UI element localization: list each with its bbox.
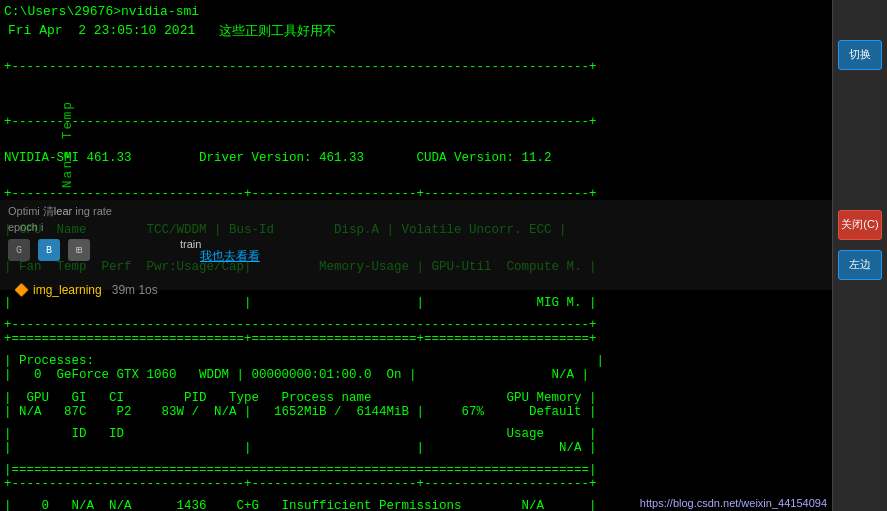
- sidebar: 切换 关闭(C) 左边: [832, 0, 887, 511]
- nvsmi-border-top: +---------------------------------------…: [4, 60, 597, 74]
- title-row: NVIDIA-SMI 461.33 Driver Version: 461.33…: [4, 151, 552, 165]
- processes-block: +---------------------------------------…: [0, 298, 832, 511]
- left-button[interactable]: 左边: [838, 250, 882, 280]
- proc-border-top: +---------------------------------------…: [4, 318, 597, 332]
- small-icons-row: G B ⊞: [0, 235, 832, 265]
- go-look-link[interactable]: 我也去看看: [200, 248, 260, 265]
- date-line: Fri Apr 2 23:05:10 2021: [4, 21, 199, 40]
- chinese-header-text: 这些正则工具好用不: [219, 22, 336, 40]
- epoch-text-dim: epoch i: [0, 219, 832, 235]
- name-temp-label: Nane Temp: [60, 100, 75, 188]
- proc-header: | Processes: |: [4, 354, 604, 368]
- cmd-prompt-line: C:\Users\29676>nvidia-smi: [0, 0, 832, 21]
- terminal-main: C:\Users\29676>nvidia-smi Fri Apr 2 23:0…: [0, 0, 832, 511]
- img-learning-label: 🔶 img_learning 39m 1os: [14, 283, 158, 297]
- icon-gib: B: [38, 239, 60, 261]
- dim-training-overlay: Optimi 清lear ing rate epoch i G B ⊞: [0, 200, 832, 290]
- nvsmi-output: +---------------------------------------…: [0, 40, 832, 94]
- icon-misc: ⊞: [68, 239, 90, 261]
- border-mid1: +-------------------------------+-------…: [4, 187, 597, 201]
- border-top: +---------------------------------------…: [4, 115, 597, 129]
- train-label: train: [180, 238, 201, 250]
- proc-border-eq: |=======================================…: [4, 463, 597, 477]
- switch-button[interactable]: 切换: [838, 40, 882, 70]
- close-button[interactable]: 关闭(C): [838, 210, 882, 240]
- optimi-text: Optimi 清lear ing rate: [0, 200, 832, 219]
- terminal-window: C:\Users\29676>nvidia-smi Fri Apr 2 23:0…: [0, 0, 887, 511]
- proc-col-1: | GPU GI CI PID Type Process name GPU Me…: [4, 391, 597, 405]
- icon-g: G: [8, 239, 30, 261]
- proc-row-1: | 0 N/A N/A 1436 C+G Insufficient Permis…: [4, 499, 597, 511]
- proc-col-2: | ID ID Usage |: [4, 427, 597, 441]
